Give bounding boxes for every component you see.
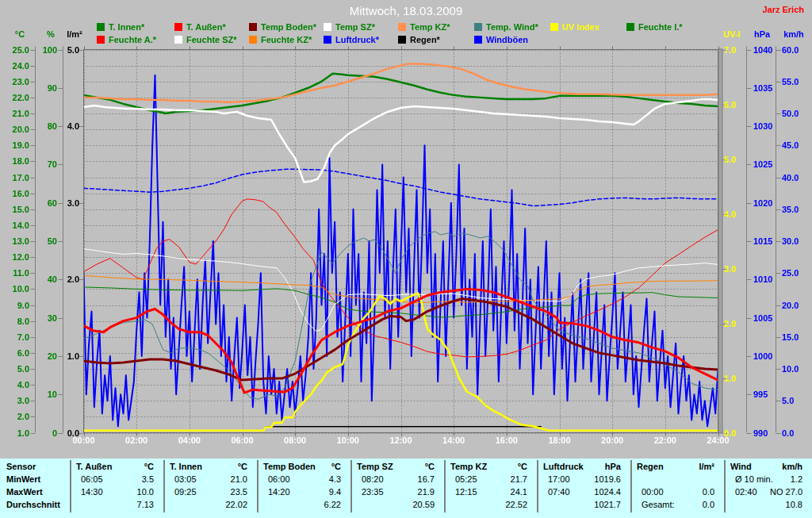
- axis-tick-label: 1005: [753, 313, 801, 323]
- x-axis-tick-label: 12:00: [384, 436, 419, 445]
- legend-item-temp-boden-[interactable]: Temp Boden*: [249, 22, 316, 32]
- table-cell-value: 1021.7: [543, 499, 621, 510]
- legend-label: Feuchte A.*: [109, 35, 156, 44]
- x-axis-tick-label: 02:00: [119, 436, 154, 445]
- legend-color-swatch-icon: [174, 36, 182, 44]
- legend-color-swatch-icon: [324, 23, 331, 31]
- weather-station-window: Mittwoch, 18.03.2009 Jarz Erich T. Innen…: [0, 0, 812, 518]
- axis-tick-label: 19.0: [0, 140, 29, 150]
- axis-tick-label: 1025: [753, 159, 801, 169]
- legend-label: Regen*: [410, 35, 440, 44]
- table-cell-value: 9.4: [263, 486, 341, 497]
- axis-tick-label: 5.0: [0, 364, 29, 374]
- legend-item-feuchte-sz-[interactable]: Feuchte SZ*: [174, 35, 237, 44]
- legend-color-swatch-icon: [97, 23, 105, 31]
- legend-label: Temp KZ*: [410, 22, 450, 32]
- table-col-unit: l/m²: [637, 461, 714, 472]
- axis-tick-label: 1030: [753, 121, 801, 131]
- x-axis-tick-label: 14:00: [436, 436, 471, 445]
- table-column-divider: [724, 460, 726, 512]
- legend-color-swatch-icon: [174, 23, 182, 31]
- axis-tick-label: 4.0: [32, 121, 79, 131]
- legend-item-regen-[interactable]: Regen*: [398, 35, 440, 44]
- page-title: Mittwoch, 18.03.2009: [350, 4, 463, 17]
- axis-tick-label: 70: [10, 159, 57, 169]
- axis-header-uvi: UV-I: [723, 29, 740, 39]
- axis-tick-label: 2.0: [0, 412, 29, 421]
- legend-label: Feuchte I.*: [638, 22, 683, 32]
- legend-label: Feuchte KZ*: [261, 35, 312, 44]
- axis-tick-label: 45.0: [782, 140, 812, 150]
- axis-tick-label: 30.0: [782, 236, 812, 246]
- table-cell-value: 10.0: [76, 486, 154, 497]
- legend-item-temp-sz-[interactable]: Temp SZ*: [324, 22, 375, 32]
- table-cell-value: 7.13: [76, 499, 154, 510]
- axis-tick-label: 14.0: [0, 221, 29, 230]
- legend-item-temp-wind-[interactable]: Temp. Wind*: [474, 22, 538, 32]
- legend-item-uv-index[interactable]: UV Index: [550, 22, 599, 32]
- axis-tick-label: 21.0: [0, 109, 29, 118]
- axis-tick-label: 60.0: [782, 45, 812, 55]
- axis-tick-label: 40.0: [782, 173, 812, 182]
- table-cell-value: 24.1: [450, 486, 527, 497]
- axis-tick-label: 16.0: [0, 189, 29, 198]
- table-cell-value: 1024.4: [543, 486, 621, 497]
- axis-tick-label: 50: [10, 236, 57, 246]
- table-column-divider: [630, 460, 632, 512]
- axis-tick-label: 90: [10, 83, 57, 93]
- x-axis-tick-label: 24:00: [701, 436, 736, 445]
- table-column-divider: [350, 460, 352, 512]
- table-col-unit: °C: [170, 461, 247, 472]
- table-cell-value: 10.8: [730, 499, 802, 510]
- axis-tick-label: 50.0: [782, 109, 812, 118]
- legend-item-luftdruck-[interactable]: Luftdruck*: [324, 35, 379, 44]
- x-axis-tick-label: 18:00: [542, 436, 577, 445]
- axis-tick-label: 1.0: [32, 351, 79, 361]
- x-axis-tick-label: 06:00: [225, 436, 260, 445]
- axis-tick-label: 9.0: [0, 301, 29, 310]
- table-row-header: MaxWert: [6, 486, 43, 497]
- legend-color-swatch-icon: [550, 23, 558, 31]
- axis-tick-label: 25.0: [782, 268, 812, 278]
- x-axis-tick-label: 22:00: [648, 436, 683, 445]
- axis-tick-label: 35.0: [782, 205, 812, 214]
- axis-header-kmh: km/h: [783, 29, 804, 39]
- legend-item-temp-kz-[interactable]: Temp KZ*: [398, 22, 450, 32]
- legend-item-feuchte-i-[interactable]: Feuchte I.*: [626, 22, 683, 32]
- legend-color-swatch-icon: [324, 36, 331, 44]
- legend-color-swatch-icon: [474, 23, 482, 31]
- table-col-unit: km/h: [730, 461, 802, 472]
- x-axis-tick-label: 04:00: [172, 436, 207, 445]
- stats-table: SensorMinWertMaxWertDurchschnittT. Außen…: [0, 459, 812, 518]
- legend-item-t-innen-[interactable]: T. Innen*: [97, 22, 144, 32]
- axis-tick-label: 55.0: [782, 77, 812, 86]
- legend-item-feuchte-a-[interactable]: Feuchte A.*: [97, 35, 156, 44]
- legend-item-windb-en[interactable]: Windböen: [474, 35, 528, 44]
- axis-header-: %: [47, 29, 55, 39]
- axis-tick-label: 0.0: [782, 428, 812, 438]
- legend-label: Luftdruck*: [335, 35, 379, 44]
- table-row-header: MinWert: [6, 474, 40, 485]
- table-cell-value: 21.0: [170, 474, 247, 485]
- legend-color-swatch-icon: [249, 23, 257, 31]
- table-cell-value: 23.5: [170, 486, 247, 497]
- axis-tick-label: 5.0: [32, 45, 79, 55]
- table-cell-value: 21.7: [450, 474, 527, 485]
- table-cell-value: 20.59: [357, 499, 435, 510]
- table-cell-value: NO 27.0: [730, 486, 802, 497]
- table-col-unit: °C: [76, 461, 154, 472]
- axis-tick-label: 3.0: [32, 198, 79, 208]
- table-column-divider: [163, 460, 165, 512]
- legend-item-t-au-en-[interactable]: T. Außen*: [174, 22, 226, 32]
- axis-tick-label: 12.0: [0, 252, 29, 262]
- table-row-header: Durchschnitt: [6, 499, 60, 510]
- legend-item-feuchte-kz-[interactable]: Feuchte KZ*: [249, 35, 312, 44]
- table-cell-value: 0.0: [637, 499, 714, 510]
- table-cell-value: 6.22: [263, 499, 341, 510]
- table-column-divider: [257, 460, 259, 512]
- table-cell-value: 4.3: [263, 474, 341, 485]
- table-column-divider: [70, 460, 71, 512]
- legend-label: Temp Boden*: [261, 22, 316, 32]
- axis-tick-label: 22.0: [0, 93, 29, 102]
- legend-color-swatch-icon: [398, 23, 406, 31]
